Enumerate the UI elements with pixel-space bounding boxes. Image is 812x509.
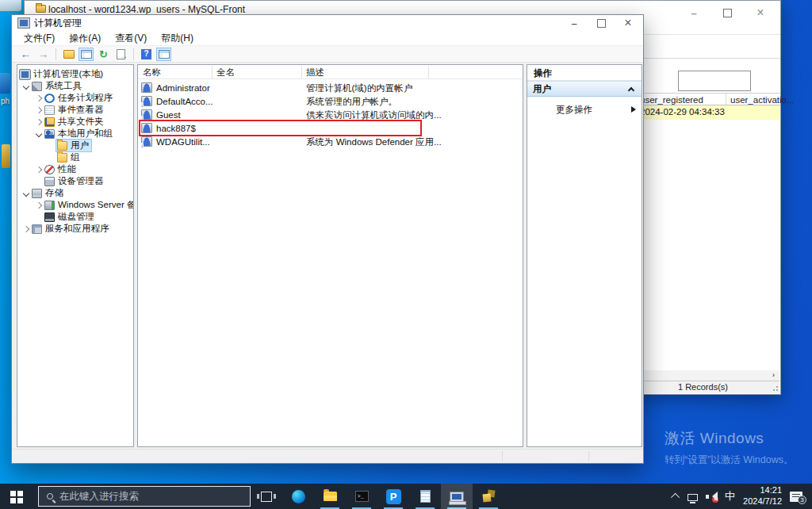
expander-icon[interactable] bbox=[34, 165, 44, 174]
device-manager-icon bbox=[44, 177, 55, 186]
taskbar: 在此键入进行搜索 中 14:21 2024/7/12 3 bbox=[0, 484, 812, 509]
taskbar-mysql-front[interactable] bbox=[473, 484, 504, 509]
computer-management-window[interactable]: 计算机管理 文件(F) 操作(A) 查看(V) 帮助(H) bbox=[11, 14, 644, 464]
volume-muted-icon[interactable] bbox=[706, 492, 717, 501]
user-row-hack887[interactable]: hack887$ bbox=[139, 121, 522, 135]
user-row-guest[interactable]: Guest 供来宾访问计算机或访问域的内... bbox=[139, 108, 522, 121]
tree-label: 性能 bbox=[58, 163, 76, 175]
toolbar-show-tree-button[interactable] bbox=[156, 48, 171, 61]
actions-section-users[interactable]: 用户 bbox=[527, 81, 642, 97]
actions-pane[interactable]: 操作 用户 更多操作 bbox=[527, 64, 642, 447]
user-row-wdagutility[interactable]: WDAGUtilit... 系统为 Windows Defender 应用... bbox=[139, 135, 522, 148]
ime-indicator[interactable]: 中 bbox=[725, 489, 735, 503]
actions-section-label: 用户 bbox=[533, 83, 551, 95]
tree-item-performance[interactable]: 性能 bbox=[17, 163, 133, 175]
mysql-close-button[interactable] bbox=[747, 6, 774, 20]
mysql-horizontal-scrollbar[interactable] bbox=[635, 370, 779, 381]
scroll-right-icon[interactable] bbox=[772, 371, 775, 379]
hidden-icons-chevron-icon[interactable] bbox=[671, 493, 680, 502]
help-icon bbox=[141, 49, 151, 59]
toolbar-export-button[interactable] bbox=[113, 48, 128, 61]
user-disabled-icon bbox=[141, 96, 152, 106]
tree-item-device-manager[interactable]: 设备管理器 bbox=[17, 175, 133, 187]
taskbar-phpstudy[interactable] bbox=[377, 484, 409, 509]
expander-icon[interactable] bbox=[21, 189, 31, 198]
more-actions-item[interactable]: 更多操作 bbox=[527, 103, 642, 116]
tree-label: 组 bbox=[71, 151, 80, 163]
menu-action[interactable]: 操作(A) bbox=[62, 32, 108, 45]
clock-time: 14:21 bbox=[743, 485, 782, 496]
tree-item-disk-management[interactable]: 磁盘管理 bbox=[17, 211, 133, 223]
desktop-icon-phpstudy[interactable] bbox=[0, 73, 10, 94]
expander-icon[interactable] bbox=[34, 105, 44, 115]
cm-title-bar[interactable]: 计算机管理 bbox=[12, 15, 643, 31]
mysql-column-user-activation[interactable]: user_activatio... bbox=[730, 95, 795, 105]
menu-file[interactable]: 文件(F) bbox=[17, 32, 62, 45]
expander-icon[interactable] bbox=[34, 129, 44, 139]
resize-grip-icon[interactable] bbox=[772, 385, 779, 392]
users-list-pane[interactable]: 名称 全名 描述 Administrator 管理计算机(域)的内置帐户 Def… bbox=[137, 64, 523, 447]
cm-close-button[interactable] bbox=[615, 16, 642, 30]
tree-item-task-scheduler[interactable]: 任务计划程序 bbox=[17, 92, 133, 104]
network-icon[interactable] bbox=[688, 494, 698, 501]
desktop-icon-label: ph bbox=[1, 97, 10, 105]
column-header-description[interactable]: 描述 bbox=[306, 67, 324, 78]
tree-item-shared-folders[interactable]: 共享文件夹 bbox=[17, 116, 133, 128]
desktop-icon-partial[interactable] bbox=[0, 0, 21, 11]
mysql-cell-user-registered[interactable]: 2024-02-29 04:34:33 bbox=[640, 107, 725, 117]
tree-item-system-tools[interactable]: 系统工具 bbox=[17, 80, 133, 92]
start-button[interactable] bbox=[0, 484, 38, 509]
taskbar-edge[interactable] bbox=[282, 484, 314, 509]
tree-item-event-viewer[interactable]: 事件查看器 bbox=[17, 104, 133, 116]
mysql-filter-input[interactable] bbox=[678, 71, 751, 91]
toolbar-refresh-button[interactable] bbox=[96, 48, 111, 61]
user-row-administrator[interactable]: Administrator 管理计算机(域)的内置帐户 bbox=[139, 81, 522, 94]
column-header-fullname[interactable]: 全名 bbox=[216, 67, 235, 78]
cm-menu-bar: 文件(F) 操作(A) 查看(V) 帮助(H) bbox=[12, 31, 643, 46]
taskbar-notepad[interactable] bbox=[409, 484, 441, 509]
taskbar-search-box[interactable]: 在此键入进行搜索 bbox=[38, 486, 251, 507]
toolbar-show-console-button[interactable] bbox=[79, 48, 94, 61]
menu-help[interactable]: 帮助(H) bbox=[154, 32, 201, 45]
taskbar-file-explorer[interactable] bbox=[314, 484, 346, 509]
system-tools-icon bbox=[32, 82, 42, 91]
task-view-button[interactable] bbox=[251, 484, 282, 509]
tree-item-services-applications[interactable]: 服务和应用程序 bbox=[17, 223, 133, 235]
column-separator[interactable] bbox=[212, 66, 213, 78]
tree-item-computer-management[interactable]: 计算机管理(本地) bbox=[17, 68, 133, 80]
tree-item-users[interactable]: 用户 bbox=[17, 140, 133, 151]
column-header-name[interactable]: 名称 bbox=[143, 67, 161, 78]
task-view-icon bbox=[261, 492, 272, 502]
mysql-minimize-button[interactable] bbox=[680, 6, 707, 20]
mysql-column-user-registered[interactable]: user_registered bbox=[640, 95, 703, 105]
tree-item-local-users-groups[interactable]: 本地用户和组 bbox=[17, 128, 133, 140]
expander-icon[interactable] bbox=[21, 82, 31, 91]
taskbar-terminal[interactable] bbox=[346, 484, 377, 509]
toolbar-up-folder-button[interactable] bbox=[61, 48, 76, 61]
toolbar-back-button[interactable] bbox=[18, 48, 33, 61]
collapse-caret-icon[interactable] bbox=[628, 87, 634, 94]
expander-icon[interactable] bbox=[34, 201, 44, 210]
column-separator[interactable] bbox=[301, 66, 302, 78]
cm-minimize-button[interactable] bbox=[561, 16, 588, 30]
expander-icon[interactable] bbox=[34, 117, 44, 127]
desktop-icon-gold[interactable] bbox=[2, 144, 10, 168]
taskbar-computer-management[interactable] bbox=[441, 484, 473, 509]
tree-item-groups[interactable]: 组 bbox=[17, 151, 133, 163]
disk-management-icon bbox=[44, 212, 55, 222]
toolbar-help-button[interactable] bbox=[139, 48, 154, 61]
user-row-defaultaccount[interactable]: DefaultAcco... 系统管理的用户帐户。 bbox=[139, 94, 522, 108]
console-tree-pane[interactable]: 计算机管理(本地) 系统工具 任务计划程序 事件查看器 共享文件夹 本地用户和组… bbox=[17, 64, 134, 447]
toolbar-forward-button[interactable] bbox=[36, 48, 51, 61]
tree-item-storage[interactable]: 存储 bbox=[17, 187, 133, 199]
cm-maximize-button[interactable] bbox=[588, 16, 615, 30]
mysql-maximize-button[interactable] bbox=[714, 6, 741, 20]
column-separator[interactable] bbox=[428, 66, 429, 78]
clock[interactable]: 14:21 2024/7/12 bbox=[743, 485, 782, 507]
expander-icon[interactable] bbox=[34, 94, 44, 103]
action-center-icon[interactable]: 3 bbox=[790, 492, 802, 502]
tree-item-windows-server-backup[interactable]: Windows Server 备份 bbox=[17, 199, 133, 211]
menu-view[interactable]: 查看(V) bbox=[108, 32, 154, 45]
expander-icon[interactable] bbox=[21, 224, 31, 234]
maximize-icon bbox=[723, 9, 732, 17]
